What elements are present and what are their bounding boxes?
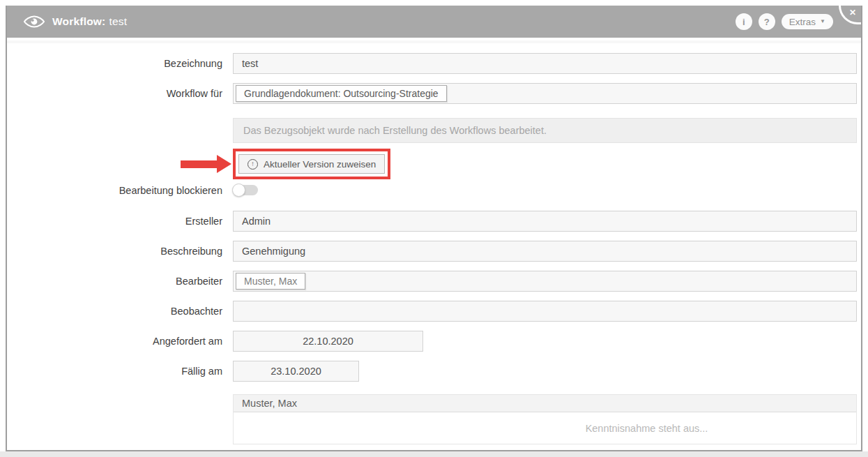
- header-actions: i ? Extras ▼: [736, 6, 833, 38]
- close-button[interactable]: ✕: [839, 6, 861, 24]
- assign-current-version-label: Aktueller Version zuweisen: [264, 159, 376, 170]
- workflow-object-chip[interactable]: Grundlagendokument: Outsourcing-Strategi…: [236, 85, 447, 102]
- beobachter-field[interactable]: [233, 301, 857, 322]
- beschreibung-input[interactable]: [233, 241, 857, 262]
- workflow-fuer-field[interactable]: Grundlagendokument: Outsourcing-Strategi…: [233, 83, 857, 104]
- faellig-am-input[interactable]: [233, 361, 359, 382]
- ersteller-input[interactable]: [233, 211, 857, 232]
- ersteller-row: Ersteller: [7, 211, 861, 232]
- task-section: Muster, Max Kenntnisnahme steht aus...: [233, 394, 857, 444]
- bezeichnung-row: Bezeichnung: [7, 53, 861, 74]
- assign-version-row: ↑ Aktueller Version zuweisen: [7, 149, 861, 179]
- info-icon: i: [743, 17, 745, 27]
- caret-down-icon: ▼: [820, 19, 825, 24]
- beobachter-row: Beobachter: [7, 301, 861, 322]
- angefordert-am-label: Angefordert am: [7, 336, 233, 347]
- bearbeitung-blockieren-row: Bearbeitung blockieren: [7, 183, 861, 197]
- notice-row: Das Bezugsobjekt wurde nach Erstellung d…: [7, 118, 861, 143]
- angefordert-am-input[interactable]: [233, 331, 423, 352]
- bearbeitung-blockieren-toggle[interactable]: [233, 185, 258, 195]
- angefordert-am-row: Angefordert am: [7, 331, 861, 352]
- faellig-am-row: Fällig am: [7, 361, 861, 382]
- task-body: Kenntnisnahme steht aus...: [234, 412, 856, 444]
- bearbeiter-chip[interactable]: Muster, Max: [236, 273, 305, 290]
- close-icon: ✕: [849, 8, 856, 17]
- faellig-am-label: Fällig am: [7, 366, 233, 377]
- red-arrow-icon: [181, 155, 231, 173]
- workflow-form: Bezeichnung Workflow für Grundlagendokum…: [7, 43, 861, 444]
- bearbeiter-label: Bearbeiter: [7, 276, 233, 287]
- bearbeitung-blockieren-label: Bearbeitung blockieren: [7, 185, 233, 196]
- task-section-row: Muster, Max Kenntnisnahme steht aus...: [7, 394, 861, 444]
- dialog-title-prefix: Workflow:: [52, 15, 105, 27]
- toggle-knob: [232, 183, 245, 197]
- workflow-dialog: Workflow:test i ? Extras ▼ ✕ Bezeichnung: [6, 6, 862, 451]
- extras-button-label: Extras: [789, 17, 816, 27]
- assign-current-version-button[interactable]: ↑ Aktueller Version zuweisen: [238, 154, 385, 174]
- bezeichnung-input[interactable]: [233, 53, 857, 74]
- beobachter-label: Beobachter: [7, 306, 233, 317]
- task-assignee: Muster, Max: [234, 395, 856, 412]
- arrow-up-circle-icon: ↑: [248, 159, 258, 170]
- eye-icon: [24, 15, 45, 29]
- dialog-title: Workflow:test: [52, 15, 127, 28]
- dialog-title-name: test: [109, 15, 127, 27]
- bearbeiter-row: Bearbeiter Muster, Max: [7, 271, 861, 292]
- workflow-fuer-label: Workflow für: [7, 88, 233, 99]
- help-icon: ?: [764, 17, 770, 27]
- red-highlight-box: ↑ Aktueller Version zuweisen: [233, 149, 390, 179]
- help-button[interactable]: ?: [759, 13, 775, 30]
- extras-button[interactable]: Extras ▼: [782, 14, 833, 29]
- beschreibung-label: Beschreibung: [7, 246, 233, 257]
- bezeichnung-label: Bezeichnung: [7, 58, 233, 69]
- task-status: Kenntnisnahme steht aus...: [586, 423, 708, 434]
- bearbeiter-field[interactable]: Muster, Max: [233, 271, 857, 292]
- info-button[interactable]: i: [736, 13, 752, 30]
- bezugsobjekt-notice: Das Bezugsobjekt wurde nach Erstellung d…: [233, 118, 857, 143]
- ersteller-label: Ersteller: [7, 216, 233, 227]
- workflow-fuer-row: Workflow für Grundlagendokument: Outsour…: [7, 83, 861, 104]
- dialog-header: Workflow:test i ? Extras ▼ ✕: [7, 6, 861, 38]
- page-bottom-strip: [0, 451, 868, 457]
- beschreibung-row: Beschreibung: [7, 241, 861, 262]
